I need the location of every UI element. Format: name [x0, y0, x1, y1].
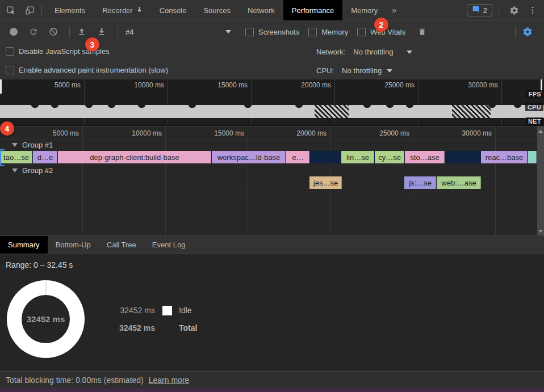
track-divider [0, 192, 537, 192]
capture-settings-gear-icon[interactable] [520, 24, 535, 40]
flame-bar[interactable]: lin…se [341, 151, 374, 163]
tab-event-log[interactable]: Event Log [144, 236, 194, 254]
tab-network[interactable]: Network [239, 0, 283, 20]
step-badge-4: 4 [0, 121, 14, 136]
status-bar: Total blocking time: 0.00ms (estimated) … [0, 371, 544, 388]
paint-instrumentation-checkbox[interactable] [6, 66, 14, 74]
clear-button[interactable] [45, 24, 61, 40]
more-tabs-chevron[interactable]: » [386, 6, 402, 15]
gear-icon[interactable] [506, 2, 522, 18]
group2-header[interactable]: Group #2 [12, 166, 53, 175]
flame-bar[interactable]: tao…se [0, 151, 32, 163]
cpu-label: CPU: [316, 66, 334, 75]
cpu-dip [138, 105, 145, 108]
tab-performance[interactable]: Performance [283, 0, 342, 20]
reload-and-record-button[interactable] [26, 24, 41, 40]
flame-bar[interactable]: d…e [33, 151, 57, 163]
flame-bar[interactable]: cy…se [375, 151, 404, 163]
network-throttling-select[interactable]: Network: No throttling [316, 48, 412, 56]
selection-bracket [0, 149, 5, 166]
tab-call-tree[interactable]: Call Tree [99, 236, 144, 254]
timeline-overview[interactable]: 5000 ms10000 ms15000 ms20000 ms25000 ms3… [0, 79, 544, 126]
chevron-down-icon [387, 69, 392, 73]
paint-instrumentation-row: Enable advanced paint instrumentation (s… [6, 66, 168, 74]
tab-sources[interactable]: Sources [195, 0, 239, 20]
flame-bar[interactable]: workspac…ld-base [212, 151, 286, 163]
gridline [501, 79, 502, 125]
vertical-scrollbar[interactable] [537, 127, 544, 235]
cpu-lane-label: CPU [525, 103, 543, 111]
issues-counter[interactable]: 2 [467, 4, 492, 16]
cpu-idle-hatch [315, 105, 349, 118]
time-tick-label: 5000 ms [53, 129, 79, 137]
inspect-element-icon[interactable] [3, 2, 19, 18]
disable-js-checkbox[interactable] [6, 47, 14, 56]
history-dropdown[interactable]: #4 [125, 28, 231, 36]
memory-checkbox[interactable] [308, 28, 317, 36]
memory-label[interactable]: Memory [321, 28, 348, 36]
step-badge-2: 2 [374, 18, 388, 32]
cpu-dip [244, 105, 252, 108]
flame-bar[interactable]: reac…base [481, 151, 528, 163]
collapse-triangle-icon [12, 143, 18, 147]
cpu-dip [189, 105, 196, 108]
chevron-down-icon [407, 50, 412, 54]
screenshots-label[interactable]: Screenshots [258, 28, 299, 36]
flame-bar[interactable]: js:…se [404, 176, 436, 189]
cpu-throttling-select[interactable]: CPU: No throttling [316, 66, 392, 75]
divider [499, 5, 499, 15]
trash-icon[interactable] [415, 24, 430, 40]
record-button[interactable] [6, 24, 22, 40]
flame-bar[interactable]: jes…se [309, 176, 342, 189]
overview-left-handle[interactable] [0, 79, 2, 94]
tab-console[interactable]: Console [151, 0, 195, 20]
tab-label: Bottom-Up [56, 241, 91, 249]
cpu-idle-hatch [452, 105, 491, 118]
screenshots-checkbox[interactable] [245, 28, 254, 36]
group2-track[interactable]: jes…sejs:…seweb:…ase [0, 176, 537, 189]
group1-label: Group #1 [22, 141, 53, 149]
screenshots-toggle: Screenshots [245, 28, 299, 36]
cpu-dip [295, 105, 303, 108]
learn-more-link[interactable]: Learn more [149, 376, 190, 385]
flame-chart[interactable]: 5000 ms10000 ms15000 ms20000 ms25000 ms3… [0, 126, 544, 235]
scroll-down-arrow-icon[interactable] [538, 230, 543, 233]
flame-bar[interactable]: dep-graph-client:build-base [58, 151, 211, 163]
legend-idle-swatch [162, 306, 172, 315]
load-profile-icon[interactable] [74, 24, 90, 40]
group1-header[interactable]: Group #1 [12, 141, 53, 149]
summary-panel: Range: 0 – 32.45 s 32452 ms 32452 ms Idl… [0, 254, 544, 371]
cpu-dip [51, 105, 58, 108]
device-toolbar-icon[interactable] [22, 2, 37, 18]
tab-summary[interactable]: Summary [0, 236, 48, 254]
tab-elements[interactable]: Elements [46, 0, 94, 20]
tab-bottom-up[interactable]: Bottom-Up [48, 236, 99, 254]
cpu-dip [514, 105, 521, 108]
paint-instrumentation-label[interactable]: Enable advanced paint instrumentation (s… [19, 66, 168, 74]
flame-bar[interactable]: web:…ase [437, 176, 481, 189]
tab-label: Sources [203, 6, 231, 15]
flame-bar[interactable] [528, 151, 537, 163]
cpu-dip [31, 105, 39, 108]
divider [515, 27, 516, 37]
tab-label: Recorder [102, 6, 132, 15]
flame-bar[interactable]: sto…ase [405, 151, 445, 163]
history-selected-value: #4 [125, 28, 133, 36]
legend-idle-value: 32452 ms [110, 306, 155, 315]
tab-recorder[interactable]: Recorder [94, 0, 150, 20]
scroll-up-arrow-icon[interactable] [538, 130, 543, 133]
legend-total-label: Total [179, 323, 197, 332]
donut-total-label: 32452 ms [7, 280, 85, 358]
group1-track[interactable]: tao…sed…edep-graph-client:build-basework… [0, 151, 537, 163]
divider [41, 5, 42, 15]
cpu-dip [85, 105, 93, 108]
divider [69, 27, 70, 37]
web-vitals-checkbox[interactable] [357, 28, 366, 36]
flame-bar[interactable]: e… [286, 151, 309, 163]
tab-label: Elements [55, 6, 85, 15]
performance-toolbar: #4 Screenshots Memory Web Vitals [0, 21, 544, 43]
save-profile-icon[interactable] [94, 24, 110, 40]
memory-toggle: Memory [308, 28, 348, 36]
kebab-menu-icon[interactable] [525, 2, 541, 18]
network-label: Network: [316, 48, 345, 56]
